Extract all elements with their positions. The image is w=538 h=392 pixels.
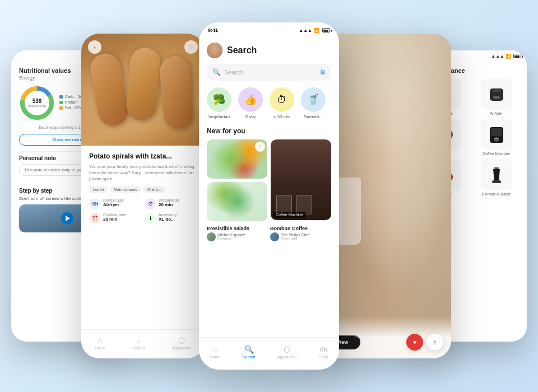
home-icon: ⌂ (213, 345, 217, 354)
meta-accessory: ℹ Accessory XL do... (145, 213, 197, 224)
share-button[interactable]: ↑ (426, 334, 443, 351)
bottom-nav-recipe: ⌂ Home ⌕ Search ⬡ Appliances (81, 329, 205, 358)
timer-icon: ⏱ (270, 87, 294, 112)
search-icon: ⌕ (136, 336, 141, 345)
recipe-description: You and your family love potatoes but ti… (89, 164, 197, 183)
recipe-row-salads[interactable]: Irresistible salads KitchenExplorer Crea… (207, 226, 331, 241)
nav-search[interactable]: ⌕ Search (132, 336, 145, 350)
category-vegetarian[interactable]: 🥦 Vegetarian (207, 87, 231, 119)
bottom-nav-center: ⌂ Home 🔍 Search ⬡ Appliances 🛍 Shop (199, 337, 339, 370)
tag-main-courses[interactable]: Main courses (110, 186, 141, 193)
appliances-icon: ⬡ (284, 345, 290, 354)
recipe-title: Potato spirals with tzata... (89, 152, 197, 161)
nav-home-center[interactable]: ⌂ Home (210, 345, 221, 359)
search-icon-active: 🔍 (244, 345, 254, 354)
appliance-blender[interactable]: Blender & Juicer (472, 159, 520, 196)
battery-icon (513, 54, 521, 58)
vegetarian-icon: 🥦 (207, 87, 231, 112)
prep-icon: ⏱ (145, 198, 156, 209)
tag-one-p[interactable]: One p... (143, 186, 165, 193)
recipe-tags: Lunch Main courses One p... (89, 186, 197, 193)
search-input[interactable]: Search (224, 69, 317, 76)
nav-appliances[interactable]: ⬡ Appliances (172, 336, 191, 350)
appliances-icon: ⬡ (178, 336, 185, 345)
svg-rect-16 (494, 138, 499, 139)
recipe-meta: 🍽 Recipe type Airfryer ⏱ Preparation 20 … (89, 198, 197, 224)
meta-cooking-time: ⏰ Cooking time 20 min (89, 213, 141, 224)
accessory-icon: ℹ (145, 213, 156, 224)
nav-shop-center[interactable]: 🛍 Shop (319, 345, 328, 359)
appliance-airfryer[interactable]: Airfryer (472, 78, 520, 115)
airfryer-img (481, 78, 512, 110)
recipe-type-icon: 🍽 (89, 198, 100, 209)
status-time: 9:41 (208, 27, 218, 33)
search-bar[interactable]: 🔍 Search ⚙ (207, 64, 331, 81)
smoothie-icon: 🥤 (301, 87, 326, 112)
shop-icon: 🛍 (319, 345, 327, 354)
filter-icon[interactable]: ⚙ (320, 69, 326, 76)
svg-rect-22 (494, 167, 499, 168)
back-button[interactable]: ‹ (88, 40, 101, 54)
category-list: 🥦 Vegetarian 👍 Easy ⏱ < 30 min 🥤 Smooth.… (199, 87, 339, 127)
battery-icon (322, 28, 330, 32)
category-smoothie[interactable]: 🥤 Smooth... (301, 87, 326, 119)
blender-img (481, 159, 512, 190)
action-icons: ♥ ↑ (406, 334, 443, 351)
coffee-label: Coffee Machine (273, 212, 306, 218)
recipe-grid: ♡ Coffee Machine (207, 139, 331, 221)
wifi-icon: 📶 (314, 28, 319, 33)
category-easy[interactable]: 👍 Easy (238, 87, 263, 119)
page-title: Search (227, 45, 257, 55)
category-30min[interactable]: ⏱ < 30 min (270, 87, 294, 119)
search-icon: 🔍 (212, 68, 221, 76)
heart-icon[interactable]: ♡ (255, 142, 265, 152)
play-button[interactable] (61, 212, 73, 225)
donut-chart: 538 kcal/serving (19, 85, 55, 121)
home-icon: ⌂ (98, 336, 102, 345)
svg-point-8 (492, 89, 501, 92)
wifi-icon: 📶 (505, 54, 511, 59)
nav-search-center[interactable]: 🔍 Search (243, 345, 255, 359)
meta-preparation: ⏱ Preparation 20 min (145, 198, 197, 209)
nav-home[interactable]: ⌂ Home (95, 336, 105, 350)
new-for-you-title: New for you (207, 127, 331, 135)
svg-rect-14 (491, 128, 502, 136)
salad-card-1[interactable]: ♡ (207, 139, 267, 179)
user-avatar[interactable] (207, 43, 222, 58)
status-icons: ▲▲▲ 📶 (299, 28, 330, 33)
like-button[interactable]: ♥ (406, 334, 423, 351)
overlay-text: y late (324, 324, 443, 330)
signal-icon: ▲▲▲ (299, 28, 312, 33)
calorie-display: 538 kcal/serving (28, 99, 46, 108)
search-header: Search (199, 38, 339, 64)
favorite-button[interactable]: ♡ (184, 40, 198, 54)
new-for-you-section: New for you ♡ Coffee Machine (199, 127, 339, 241)
phone-search: 9:41 ▲▲▲ 📶 Search 🔍 Search ⚙ 🥦 Vegetaria… (199, 22, 339, 370)
meta-recipe-type: 🍽 Recipe type Airfryer (89, 198, 141, 209)
coffee-machine-img (481, 119, 512, 150)
phone-recipe: ‹ ♡ Potato spirals with tzata... You and… (81, 34, 205, 358)
signal-icon: ▲▲▲ (491, 54, 504, 59)
tag-lunch[interactable]: Lunch (89, 186, 108, 193)
salad-card-2[interactable] (207, 182, 267, 221)
recipe-hero-image: ‹ ♡ (81, 34, 205, 146)
svg-rect-21 (492, 180, 501, 183)
nav-appliances-center[interactable]: ⬡ Appliances (277, 345, 296, 359)
svg-rect-9 (493, 96, 500, 99)
center-status-bar: 9:41 ▲▲▲ 📶 (199, 22, 339, 38)
coffee-card[interactable]: Coffee Machine (271, 139, 331, 221)
easy-icon: 👍 (238, 87, 263, 112)
appliance-coffee-machine[interactable]: Coffee Machine (472, 119, 520, 156)
cooking-icon: ⏰ (89, 213, 100, 224)
